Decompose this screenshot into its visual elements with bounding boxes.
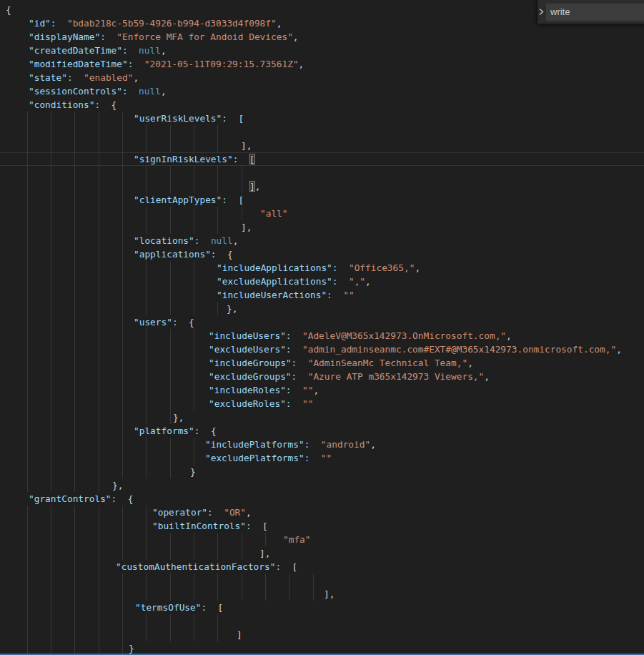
code-line[interactable]: }, xyxy=(0,410,644,424)
code-line[interactable]: "clientAppTypes": [ xyxy=(0,193,644,207)
code-line[interactable]: "applications": { xyxy=(0,247,644,261)
code-line-text: "signInRiskLevels": [ xyxy=(0,152,255,166)
code-line[interactable]: "customAuthenticationFactors": [ xyxy=(0,560,644,573)
code-token: "Office365," xyxy=(349,262,415,273)
code-line[interactable]: } xyxy=(0,465,644,478)
code-token: "AdminSeanMc Technical Team," xyxy=(308,358,467,368)
code-line[interactable]: "includeGroups": "AdminSeanMc Technical … xyxy=(0,356,644,370)
indent-guide xyxy=(242,573,242,587)
code-line[interactable]: ], xyxy=(0,179,644,193)
indent-guide xyxy=(265,573,266,587)
code-line-text: "termsOfUse": [ xyxy=(0,601,223,614)
code-token: "userRiskLevels": xyxy=(134,113,227,124)
code-line[interactable]: ] xyxy=(0,628,644,641)
code-line[interactable]: ], xyxy=(0,220,644,234)
code-line[interactable]: "sessionControls": null, xyxy=(0,84,644,98)
code-line-text: "grantControls": { xyxy=(0,492,133,506)
code-token: "includeApplications": xyxy=(217,262,338,273)
code-line[interactable]: "includeApplications": "Office365,", xyxy=(0,261,644,275)
code-token: "conditions": xyxy=(29,99,100,110)
indent-guide xyxy=(313,573,314,587)
code-token: "excludeUsers": xyxy=(209,344,292,355)
code-token xyxy=(56,18,67,29)
code-token: "" xyxy=(343,290,354,300)
code-token: "android" xyxy=(321,439,370,450)
code-line[interactable]: "excludeUsers": "admin_adminseanmc.com#E… xyxy=(0,343,644,356)
code-line[interactable] xyxy=(0,614,644,628)
code-line[interactable]: "builtInControls": [ xyxy=(0,519,644,533)
chevron-right-icon-svg xyxy=(538,8,545,16)
code-line[interactable]: "users": { xyxy=(0,315,644,329)
code-line[interactable] xyxy=(0,166,644,179)
indent-guide xyxy=(194,573,194,587)
code-line-text: "customAuthenticationFactors": [ xyxy=(0,560,297,573)
code-token xyxy=(199,235,210,246)
editor-window: {"id": "bdab218c-5b59-4926-b994-d3033d4f… xyxy=(0,0,644,655)
code-line[interactable]: }, xyxy=(0,302,644,315)
code-token: "users": xyxy=(134,317,178,328)
indent-guide xyxy=(51,166,51,179)
code-token xyxy=(178,317,189,328)
code-line[interactable] xyxy=(0,125,644,139)
code-token: "includePlatforms": xyxy=(205,439,309,450)
code-line[interactable]: ], xyxy=(0,139,644,152)
indent-guide xyxy=(217,573,218,587)
code-token xyxy=(297,358,307,368)
code-line[interactable]: "includeUserActions": "" xyxy=(0,288,644,302)
code-line[interactable] xyxy=(0,573,644,587)
chevron-right-icon[interactable] xyxy=(538,8,545,16)
find-input[interactable] xyxy=(546,4,644,21)
code-line-text: "includeUserActions": "" xyxy=(0,288,355,302)
code-line[interactable]: "platforms": { xyxy=(0,424,644,438)
indent-guide xyxy=(99,614,99,628)
code-token: }, xyxy=(112,480,123,491)
code-token: "createdDateTime": xyxy=(29,45,128,56)
code-token: null xyxy=(211,235,233,246)
code-token: "all" xyxy=(260,208,288,219)
code-token: , xyxy=(365,276,371,287)
code-line[interactable]: "mfa" xyxy=(0,533,644,546)
code-token: "excludeApplications": xyxy=(217,276,338,287)
code-line[interactable]: ], xyxy=(0,587,644,601)
code-line[interactable]: "all" xyxy=(0,207,644,220)
code-line[interactable]: "signInRiskLevels": [ xyxy=(0,152,644,166)
code-token xyxy=(128,45,139,56)
code-line[interactable]: "excludeApplications": ",", xyxy=(0,275,644,288)
code-line-text: "operator": "OR", xyxy=(0,506,252,519)
code-token: } xyxy=(190,466,196,477)
indent-guide xyxy=(217,166,218,179)
code-line[interactable]: }, xyxy=(0,478,644,492)
code-line[interactable]: "termsOfUse": [ xyxy=(0,601,644,614)
code-line[interactable]: "locations": null, xyxy=(0,234,644,247)
code-line[interactable]: "conditions": { xyxy=(0,98,644,112)
code-token: "includeGroups": xyxy=(209,358,297,368)
code-line-text: "excludeRoles": "" xyxy=(0,397,313,410)
code-line[interactable]: "createdDateTime": null, xyxy=(0,44,644,57)
code-line[interactable]: "modifiedDateTime": "2021-05-11T09:29:15… xyxy=(0,57,644,71)
code-line[interactable]: "includeUsers": "AdeleV@M365x142973.OnMi… xyxy=(0,329,644,343)
code-line[interactable]: "userRiskLevels": [ xyxy=(0,112,644,125)
code-line[interactable]: "includeRoles": "", xyxy=(0,383,644,397)
indent-guide xyxy=(74,166,75,179)
code-line-text: "modifiedDateTime": "2021-05-11T09:29:15… xyxy=(0,57,304,71)
code-line-text: "includeGroups": "AdminSeanMc Technical … xyxy=(0,356,473,370)
code-token xyxy=(338,262,349,273)
code-line[interactable]: "includePlatforms": "android", xyxy=(0,438,644,451)
code-token xyxy=(309,453,320,463)
code-token: ], xyxy=(241,222,252,232)
code-area[interactable]: {"id": "bdab218c-5b59-4926-b994-d3033d4f… xyxy=(0,0,644,655)
code-line[interactable]: "excludePlatforms": "" xyxy=(0,451,644,465)
code-line[interactable]: "excludeGroups": "Azure ATP m365x142973 … xyxy=(0,370,644,383)
code-line[interactable]: "displayName": "Enforce MFA for Andoid D… xyxy=(0,30,644,44)
code-line[interactable]: ], xyxy=(0,546,644,560)
code-line-text: "id": "bdab218c-5b59-4926-b994-d3033d4f0… xyxy=(0,16,282,30)
code-token: "signInRiskLevels": xyxy=(134,154,238,164)
code-line-text: "builtInControls": [ xyxy=(0,519,268,533)
code-line[interactable]: "state": "enabled", xyxy=(0,71,644,84)
code-line[interactable]: "excludeRoles": "" xyxy=(0,397,644,410)
code-token: "OR" xyxy=(224,507,246,518)
indent-guide xyxy=(170,166,171,179)
code-token: , xyxy=(484,371,490,382)
code-line[interactable]: "operator": "OR", xyxy=(0,506,644,519)
code-line[interactable]: "grantControls": { xyxy=(0,492,644,506)
